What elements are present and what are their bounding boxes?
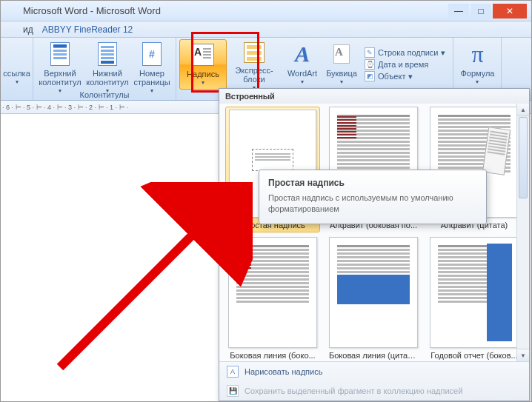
link-icon	[5, 42, 29, 66]
ribbon-group-links: ссылка ▾	[1, 38, 33, 100]
quick-parts-button[interactable]: Экспресс-блоки▾	[227, 39, 282, 90]
window-maximize-button[interactable]: □	[471, 4, 491, 19]
hyperlink-button[interactable]: ссылка ▾	[2, 39, 32, 90]
tab-fragment[interactable]: ид	[23, 24, 33, 35]
gallery-item-sideline-quote[interactable]: Боковая линия (цитата)	[326, 237, 421, 360]
group-label-header-footer: Колонтитулы	[80, 90, 130, 100]
text-box-gallery: Встроенный Простая надпись Алфавит (боко…	[219, 88, 530, 401]
object-button[interactable]: ◩Объект ▾	[365, 71, 445, 81]
footer-icon	[98, 42, 117, 66]
footer-button[interactable]: Нижний колонтитул▾	[84, 39, 131, 90]
header-button[interactable]: Верхний колонтитул▾	[36, 39, 84, 90]
page-number-button[interactable]: # Номер страницы▾	[131, 39, 173, 90]
tooltip-title: Простая надпись	[268, 178, 477, 188]
window-minimize-button[interactable]: —	[448, 4, 469, 19]
gallery-body: Простая надпись Алфавит (боковая по... А…	[219, 104, 529, 361]
wordart-icon: A	[295, 41, 310, 67]
text-box-icon: A	[192, 44, 214, 66]
header-icon	[50, 42, 70, 66]
gallery-item-sideline-sidebar[interactable]: Боковая линия (боко...	[225, 237, 320, 360]
page-number-icon: #	[142, 42, 162, 66]
equation-icon: π	[471, 41, 483, 68]
draw-text-box-button[interactable]: A Нарисовать надпись	[219, 362, 529, 381]
date-time-icon: ⌚	[365, 59, 375, 70]
scroll-down-button[interactable]: ▼	[517, 349, 529, 361]
gallery-scrollbar[interactable]: ▲ ▼	[516, 104, 529, 361]
tooltip-body: Простая надпись с используемым по умолча…	[268, 192, 477, 215]
quick-access-bar: ид ABBYY FineReader 12	[1, 21, 531, 38]
text-mini-commands: ✎Строка подписи ▾ ⌚Дата и время ◩Объект …	[360, 39, 450, 90]
signature-line-button[interactable]: ✎Строка подписи ▾	[365, 47, 445, 58]
tooltip: Простая надпись Простая надпись с исполь…	[259, 170, 487, 224]
equation-button[interactable]: π Формула▾	[456, 39, 498, 90]
draw-text-box-icon: A	[227, 366, 239, 378]
ribbon-group-header-footer: Верхний колонтитул▾ Нижний колонтитул▾ #…	[33, 38, 176, 100]
save-to-gallery-icon: 💾	[227, 385, 239, 397]
save-selection-to-gallery-button: 💾 Сохранить выделенный фрагмент в коллек…	[219, 381, 529, 401]
window-title: Microsoft Word - Microsoft Word	[23, 5, 161, 16]
drop-cap-button[interactable]: A Буквица▾	[323, 39, 360, 90]
signature-icon: ✎	[365, 47, 375, 58]
wordart-button[interactable]: A WordArt▾	[282, 39, 323, 90]
quick-parts-icon	[244, 42, 265, 63]
title-bar: Microsoft Word - Microsoft Word — □ ✕	[1, 1, 531, 21]
scroll-thumb[interactable]	[519, 117, 528, 198]
scroll-up-button[interactable]: ▲	[517, 104, 529, 116]
gallery-footer: A Нарисовать надпись 💾 Сохранить выделен…	[219, 361, 529, 401]
object-icon: ◩	[365, 71, 375, 81]
gallery-item-annual-report[interactable]: Годовой отчет (боков...	[427, 237, 522, 360]
drop-cap-icon: A	[333, 44, 350, 64]
window-close-button[interactable]: ✕	[493, 4, 527, 19]
gallery-heading: Встроенный	[219, 89, 529, 104]
date-time-button[interactable]: ⌚Дата и время	[365, 59, 445, 70]
text-box-button[interactable]: A Надпись▾	[179, 39, 227, 90]
addin-tab[interactable]: ABBYY FineReader 12	[42, 24, 133, 35]
